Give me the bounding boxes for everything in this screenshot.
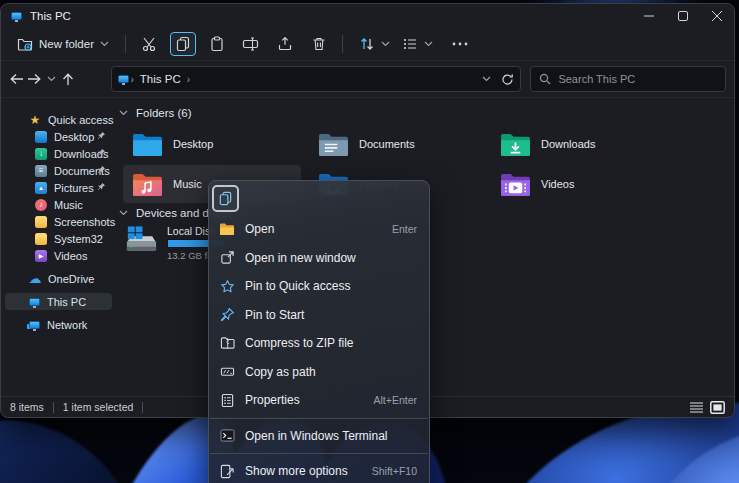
- menu-separator: [210, 453, 428, 454]
- compress-zip-icon: [219, 335, 235, 351]
- large-icons-view-button[interactable]: [710, 401, 725, 414]
- recent-locations-chevron[interactable]: [43, 68, 60, 90]
- pin-icon: [97, 131, 106, 140]
- folder-icon: [35, 233, 47, 245]
- context-menu: Open Enter Open in new window Pin to Qui…: [208, 180, 430, 483]
- folders-section-header[interactable]: Folders (6): [119, 107, 192, 119]
- more-options-button[interactable]: [447, 32, 473, 56]
- forward-button[interactable]: [26, 68, 43, 90]
- copy-icon: [218, 191, 233, 206]
- menu-item-open-windows-terminal[interactable]: Open in Windows Terminal: [209, 422, 429, 451]
- sidebar-item-this-pc[interactable]: This PC: [5, 293, 112, 310]
- desktop-folder-icon: [131, 131, 164, 158]
- sort-icon: [359, 36, 375, 52]
- items-count: 8 items: [10, 401, 44, 413]
- sidebar-item-onedrive[interactable]: ☁ OneDrive: [5, 270, 112, 287]
- breadcrumb[interactable]: › This PC ›: [111, 66, 522, 92]
- new-folder-label: New folder: [39, 38, 94, 50]
- folder-tile-downloads[interactable]: Downloads: [491, 125, 669, 163]
- refresh-icon[interactable]: [501, 73, 514, 86]
- show-more-options-icon: [219, 463, 235, 479]
- cut-button[interactable]: [136, 32, 162, 56]
- menu-item-show-more-options[interactable]: Show more options Shift+F10: [209, 457, 429, 483]
- sort-button[interactable]: [353, 32, 396, 56]
- status-divider: [53, 402, 54, 413]
- menu-item-compress-zip[interactable]: Compress to ZIP file: [209, 329, 429, 358]
- menu-item-properties[interactable]: Properties Alt+Enter: [209, 386, 429, 415]
- menu-item-pin-quick-access[interactable]: Pin to Quick access: [209, 272, 429, 301]
- minimize-button[interactable]: [632, 4, 666, 28]
- menu-item-copy-as-path[interactable]: Copy as path: [209, 358, 429, 387]
- pin-to-start-icon: [219, 307, 235, 323]
- documents-icon: ≡: [35, 165, 47, 177]
- maximize-button[interactable]: [666, 4, 700, 28]
- sidebar-item-screenshots[interactable]: Screenshots: [5, 213, 112, 230]
- menu-item-open-new-window[interactable]: Open in new window: [209, 244, 429, 273]
- title-bar: This PC: [1, 4, 734, 28]
- folder-icon: [35, 216, 47, 228]
- terminal-icon: [219, 428, 235, 444]
- music-folder-icon: [131, 171, 164, 198]
- folder-tile-documents[interactable]: Documents: [309, 125, 487, 163]
- folder-tile-videos[interactable]: Videos: [491, 165, 669, 203]
- search-box[interactable]: [530, 66, 726, 92]
- paste-button[interactable]: [204, 32, 230, 56]
- menu-separator: [210, 418, 428, 419]
- pin-to-quick-access-star-icon: [219, 278, 235, 294]
- up-button[interactable]: [60, 68, 77, 90]
- sidebar-item-system32[interactable]: System32: [5, 230, 112, 247]
- sidebar-item-pictures[interactable]: ▲ Pictures: [5, 179, 112, 196]
- pin-icon: [97, 182, 106, 191]
- this-pc-icon: [11, 12, 22, 20]
- rename-button[interactable]: [238, 32, 264, 56]
- sidebar-item-network[interactable]: Network: [5, 316, 112, 333]
- copy-as-path-icon: [219, 364, 235, 380]
- videos-icon: ▶: [35, 250, 47, 262]
- collapse-chevron-icon: [119, 210, 128, 216]
- this-pc-icon: [29, 298, 40, 306]
- toolbar-divider: [342, 35, 343, 53]
- status-divider: [142, 402, 143, 413]
- navigation-pane: ★ Quick access Desktop ↓ Downloads ≡ Doc…: [1, 99, 116, 396]
- chevron-down-icon: [100, 41, 109, 47]
- sidebar-item-desktop[interactable]: Desktop: [5, 128, 112, 145]
- copy-quick-action-button[interactable]: [212, 185, 239, 212]
- pin-icon: [97, 148, 106, 157]
- folder-tile-desktop[interactable]: Desktop: [123, 125, 301, 163]
- delete-button[interactable]: [306, 32, 332, 56]
- context-menu-icon-row: [209, 181, 429, 215]
- toolbar-divider: [125, 35, 126, 53]
- open-folder-icon: [219, 221, 235, 237]
- open-new-window-icon: [219, 250, 235, 266]
- selected-count: 1 item selected: [63, 401, 134, 413]
- view-button[interactable]: [396, 32, 439, 56]
- chevron-down-icon: [381, 41, 390, 47]
- chevron-down-icon: [424, 41, 433, 47]
- sidebar-item-music[interactable]: ♪ Music: [5, 196, 112, 213]
- address-bar-row: › This PC ›: [1, 61, 734, 98]
- new-folder-icon: [17, 37, 33, 51]
- new-folder-button[interactable]: New folder: [11, 33, 115, 55]
- sidebar-item-videos[interactable]: ▶ Videos: [5, 247, 112, 264]
- search-input[interactable]: [558, 73, 708, 85]
- pin-icon: [97, 165, 106, 174]
- search-icon: [539, 73, 551, 85]
- collapse-chevron-icon: [119, 110, 128, 116]
- videos-folder-icon: [499, 171, 532, 198]
- sidebar-item-documents[interactable]: ≡ Documents: [5, 162, 112, 179]
- address-dropdown-chevron[interactable]: [482, 76, 491, 82]
- downloads-icon: ↓: [35, 148, 47, 160]
- menu-item-pin-start[interactable]: Pin to Start: [209, 301, 429, 330]
- menu-item-open[interactable]: Open Enter: [209, 215, 429, 244]
- copy-button[interactable]: [170, 32, 196, 56]
- share-button[interactable]: [272, 32, 298, 56]
- sidebar-item-downloads[interactable]: ↓ Downloads: [5, 145, 112, 162]
- view-icon: [402, 36, 418, 52]
- sidebar-item-quick-access[interactable]: ★ Quick access: [5, 111, 112, 128]
- downloads-folder-icon: [499, 131, 532, 158]
- details-view-button[interactable]: [689, 401, 704, 413]
- back-button[interactable]: [9, 68, 26, 90]
- close-button[interactable]: [700, 4, 734, 28]
- breadcrumb-this-pc[interactable]: This PC: [140, 73, 181, 85]
- network-icon: [29, 321, 40, 329]
